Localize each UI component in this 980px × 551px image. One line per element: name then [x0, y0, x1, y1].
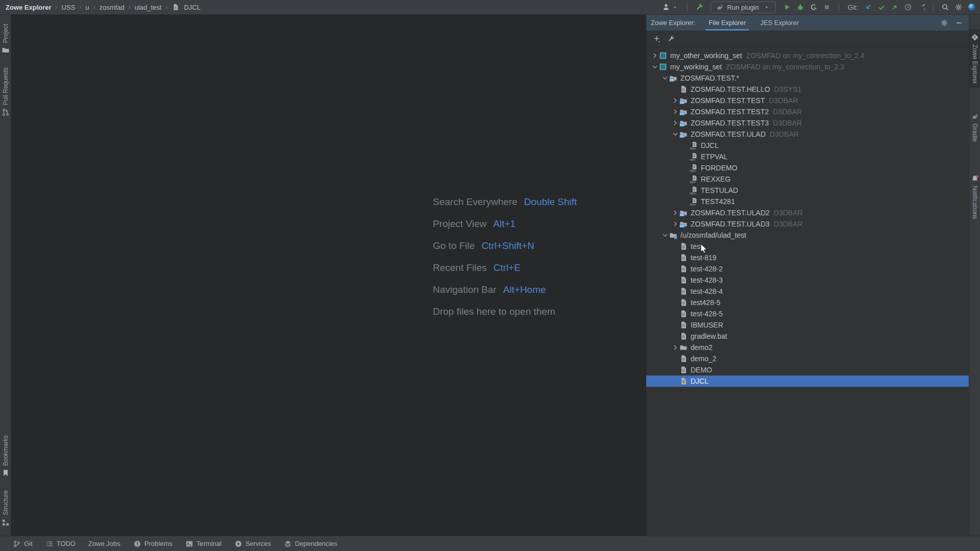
stop-icon — [823, 3, 831, 11]
chevron-right-icon[interactable] — [650, 52, 659, 60]
stop-button[interactable] — [823, 3, 831, 11]
tree-row-test-428-5[interactable]: test-428-5 — [646, 308, 969, 319]
uss-file-icon — [679, 366, 688, 374]
chevron-down-icon[interactable] — [660, 74, 669, 82]
tree-row-demo[interactable]: DEMO — [646, 364, 969, 375]
statusbar-item-git[interactable]: Git — [13, 540, 33, 548]
tree-row-gradlew-bat[interactable]: gradlew.bat — [646, 331, 969, 342]
tree-row-djcl[interactable]: MEMDJCL — [646, 140, 969, 151]
tree-row-demo2[interactable]: demo2 — [646, 342, 969, 353]
tree-row-zosmfad-test-ulad[interactable]: DSZOSMFAD.TEST.ULADD3DBAR — [646, 129, 969, 140]
tree-row-zosmfad-test-ulad2[interactable]: DSZOSMFAD.TEST.ULAD2D3DBAR — [646, 207, 969, 218]
git-update-button[interactable] — [864, 3, 872, 11]
run-with-coverage-button[interactable] — [810, 3, 818, 11]
breadcrumb-item[interactable]: USS — [62, 4, 76, 11]
stripe-button-structure[interactable]: Structure — [0, 486, 11, 531]
stripe-button-gradle[interactable]: Gradle — [969, 108, 980, 146]
stripe-button-zowe-explorer[interactable]: ZZowe Explorer — [969, 29, 980, 88]
chevron-down-icon[interactable] — [660, 231, 669, 239]
tree-row-zosmfad-test-test[interactable]: DSZOSMFAD.TEST.TESTD3DBAR — [646, 95, 969, 106]
chevron-right-icon[interactable] — [671, 108, 679, 116]
svg-text:DS: DS — [680, 101, 684, 104]
tree-row-zosmfad-test-[interactable]: DSZOSMFAD.TEST.* — [646, 72, 969, 84]
tree-row-testulad[interactable]: MEMTESTULAD — [646, 185, 969, 196]
tree-node-label: test-428-5 — [691, 310, 723, 318]
tree-node-label: ZOSMFAD.TEST.* — [680, 74, 739, 82]
breadcrumb-item[interactable]: Zowe Explorer — [6, 4, 52, 11]
tab-file-explorer[interactable]: File Explorer — [705, 15, 749, 31]
statusbar-item-terminal[interactable]: Terminal — [185, 540, 222, 548]
tree-row-zosmfad-test-hello[interactable]: ZOSMFAD.TEST.HELLOD3SYS1 — [646, 84, 969, 95]
run-button[interactable] — [783, 3, 791, 11]
tree-row-test-428-2[interactable]: test-428-2 — [646, 263, 969, 274]
statusbar-item-services[interactable]: Services — [234, 540, 271, 548]
statusbar-item-todo[interactable]: TODO — [45, 540, 76, 548]
user-menu-button[interactable] — [662, 3, 679, 11]
minimize-icon[interactable] — [955, 19, 963, 27]
breadcrumb-item[interactable]: DJCL — [184, 4, 201, 11]
tree-row-test428-5[interactable]: test428-5 — [646, 297, 969, 308]
stripe-button-notifications[interactable]: Notifications — [969, 170, 980, 223]
tree-row-zosmfad-test-test2[interactable]: DSZOSMFAD.TEST.TEST2D3DBAR — [646, 106, 969, 117]
tree-row-zosmfad-test-test3[interactable]: DSZOSMFAD.TEST.TEST3D3DBAR — [646, 117, 969, 129]
tree-row-rexxeg[interactable]: MEMREXXEG — [646, 173, 969, 185]
tree-row-etpval[interactable]: MEMETPVAL — [646, 151, 969, 162]
tree-row-djcl[interactable]: DJCL — [646, 375, 969, 387]
chevron-right-icon[interactable] — [671, 343, 679, 352]
tool-window-settings-icon[interactable] — [940, 19, 948, 27]
stripe-button-pull-requests[interactable]: Pull Requests — [0, 63, 11, 120]
stripe-button-project[interactable]: Project — [0, 20, 11, 58]
rollback-button[interactable] — [917, 3, 925, 11]
tree-row-my-working-set[interactable]: my_working_setZOSMFAD on my_connection_t… — [646, 61, 969, 72]
statusbar-item-zowe-jobs[interactable]: Zowe Jobs — [88, 540, 120, 547]
chevron-down-icon[interactable] — [650, 63, 659, 71]
search-everywhere-button[interactable] — [941, 3, 949, 11]
stripe-button-bookmarks[interactable]: Bookmarks — [0, 431, 11, 481]
shortcut-hint-row: Recent FilesCtrl+E — [433, 257, 577, 279]
chevron-right-icon[interactable] — [671, 220, 679, 228]
tree-row-zosmfad-test-ulad3[interactable]: DSZOSMFAD.TEST.ULAD3D3DBAR — [646, 218, 969, 230]
tree-row-fordemo[interactable]: MEMFORDEMO — [646, 162, 969, 173]
breadcrumb-item[interactable]: u — [85, 4, 89, 11]
git-push-button[interactable] — [891, 3, 899, 11]
tree-row-my-other-working-set[interactable]: my_other_working_setZOSMFAD on my_connec… — [646, 50, 969, 61]
rollback-icon — [917, 3, 925, 11]
tree-row-test[interactable]: test — [646, 241, 969, 252]
breadcrumb-item[interactable]: zosmfad — [100, 4, 125, 11]
tree-row-test4281[interactable]: MEMTEST4281 — [646, 196, 969, 207]
tree-node-label: ZOSMFAD.TEST.ULAD3 — [691, 220, 770, 228]
wrench-icon[interactable] — [667, 35, 675, 43]
git-commit-button[interactable] — [877, 3, 886, 11]
statusbar-item-problems[interactable]: Problems — [133, 540, 173, 548]
shortcut-hint-key: Ctrl+Shift+N — [481, 240, 534, 252]
tree-row-test-428-4[interactable]: test-428-4 — [646, 286, 969, 297]
tab-jes-explorer[interactable]: JES Explorer — [757, 15, 802, 31]
chevron-right-icon[interactable] — [671, 119, 679, 127]
chevron-down-icon[interactable] — [671, 130, 679, 138]
tree-row-test-428-3[interactable]: test-428-3 — [646, 274, 969, 286]
shortcut-hint-key: Alt+Home — [503, 284, 546, 295]
tree-row-test-819[interactable]: test-819 — [646, 252, 969, 263]
stripe-button-label: Gradle — [971, 123, 978, 142]
run-configuration-select[interactable]: Run plugin — [710, 2, 776, 13]
profile-button[interactable] — [968, 3, 976, 11]
breadcrumb-separator-icon: › — [79, 4, 81, 11]
statusbar-item-dependencies[interactable]: Dependencies — [284, 540, 337, 548]
uss-file-icon — [679, 377, 688, 385]
stripe-button-label: Structure — [2, 490, 9, 515]
tree-node-label: /u/zosmfad/ulad_test — [680, 231, 746, 239]
pds-folder-icon: DS — [679, 96, 688, 105]
tree-row--u-zosmfad-ulad-test[interactable]: /u/zosmfad/ulad_test — [646, 230, 969, 241]
build-button[interactable] — [695, 3, 703, 11]
chevron-right-icon[interactable] — [671, 209, 679, 217]
breadcrumb-item[interactable]: ulad_test — [135, 4, 162, 11]
tree-row-demo-2[interactable]: demo_2 — [646, 353, 969, 364]
history-button[interactable] — [904, 3, 912, 11]
tree-row-ibmuser[interactable]: IBMUSER — [646, 319, 969, 331]
chevron-right-icon[interactable] — [671, 96, 679, 105]
add-icon[interactable] — [653, 35, 661, 43]
chevron-placeholder — [671, 355, 679, 363]
settings-button[interactable] — [954, 3, 963, 11]
debug-button[interactable] — [796, 3, 804, 11]
breadcrumb: Zowe Explorer›USS›u›zosmfad›ulad_test›DJ… — [0, 3, 201, 11]
